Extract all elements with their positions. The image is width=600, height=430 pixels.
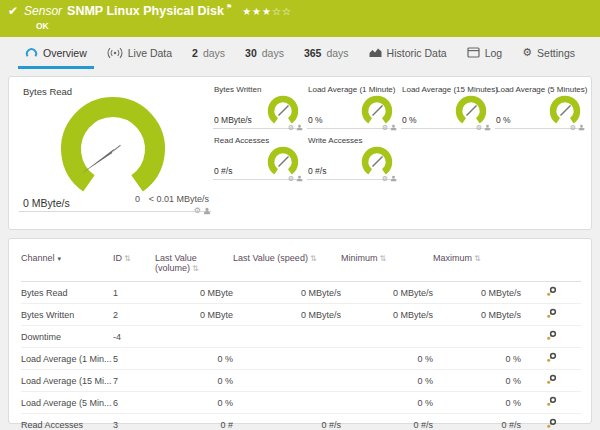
tab-30-days[interactable]: 30 days <box>238 39 291 69</box>
column-header-id[interactable]: ID⇅ <box>113 247 155 282</box>
person-icon[interactable] <box>390 124 397 131</box>
maximum-value: 0 MByte/s <box>433 304 521 326</box>
tab-bar: Overview Live Data 2 days 30 days 365 da… <box>0 37 600 70</box>
table-header-row: Channel▾ ID⇅ Last Value (volume)⇅ Last V… <box>21 247 581 282</box>
gauge-value: 0 % <box>308 115 323 125</box>
last-value-speed <box>233 326 341 348</box>
gauges-panel: Bytes Read 0 MByte/s 0 < 0.01 MByte/s ⚙ … <box>8 76 592 230</box>
gauge-settings-gear-icon[interactable]: ⚙ <box>570 124 576 131</box>
gauge-settings-gear-icon[interactable]: ⚙ <box>288 124 294 131</box>
last-value-speed <box>233 392 341 414</box>
gauge-dial <box>358 144 396 177</box>
channel-id: 5 <box>113 348 155 370</box>
person-icon[interactable] <box>296 175 303 182</box>
channel-id: 1 <box>113 282 155 304</box>
small-gauges-grid: Bytes Written 0 MByte/s ⚙ Load Average (… <box>213 83 591 180</box>
table-row[interactable]: Bytes Read10 MByte0 MByte/s0 MByte/s0 MB… <box>21 282 581 304</box>
wrench-icon[interactable] <box>546 374 557 385</box>
tab-number: 365 <box>304 47 322 59</box>
column-header-last-value-speed[interactable]: Last Value (speed)⇅ <box>233 247 341 282</box>
gauge-settings-gear-icon[interactable]: ⚙ <box>194 207 201 215</box>
gauge-settings-gear-icon[interactable]: ⚙ <box>382 175 388 182</box>
column-header-tools <box>521 247 581 282</box>
channel-id: 2 <box>113 304 155 326</box>
person-icon[interactable] <box>578 124 585 131</box>
wrench-icon[interactable] <box>546 418 557 429</box>
last-value-volume: 0 % <box>155 348 233 370</box>
gauge-value: 0 % <box>402 115 417 125</box>
last-value-volume: 0 % <box>155 370 233 392</box>
wrench-icon[interactable] <box>546 286 557 297</box>
priority-star-rating[interactable]: ★★★☆☆ <box>242 6 292 17</box>
person-icon[interactable] <box>203 207 211 215</box>
channel-id: 3 <box>113 414 155 430</box>
gauge-dial <box>264 144 302 177</box>
channel-name: Bytes Written <box>21 304 113 326</box>
person-icon[interactable] <box>296 124 303 131</box>
sort-desc-icon: ▾ <box>58 255 62 262</box>
table-row[interactable]: Read Accesses30 #0 #/s0 #/s0 #/s <box>21 414 581 430</box>
column-header-last-value-volume[interactable]: Last Value (volume)⇅ <box>155 247 233 282</box>
last-value-volume: 0 % <box>155 392 233 414</box>
person-icon[interactable] <box>484 124 491 131</box>
wrench-icon[interactable] <box>546 330 557 341</box>
sort-icon: ⇅ <box>192 264 199 273</box>
gauge-tile-bytes-written: Bytes Written 0 MByte/s ⚙ <box>213 83 303 129</box>
wrench-icon[interactable] <box>546 396 557 407</box>
table-row[interactable]: Load Average (5 Min...60 %0 %0 % <box>21 392 581 414</box>
wrench-icon[interactable] <box>546 308 557 319</box>
channel-name: Bytes Read <box>21 282 113 304</box>
last-value-volume <box>155 326 233 348</box>
channel-name: Downtime <box>21 326 113 348</box>
wrench-icon[interactable] <box>546 352 557 363</box>
tab-2-days[interactable]: 2 days <box>185 39 232 69</box>
maximum-value <box>433 326 521 348</box>
sort-icon: ⇅ <box>124 254 131 263</box>
column-header-minimum[interactable]: Minimum⇅ <box>341 247 433 282</box>
tab-label: Historic Data <box>387 47 447 59</box>
minimum-value: 0 MByte/s <box>341 282 433 304</box>
gauge-settings-gear-icon[interactable]: ⚙ <box>476 124 482 131</box>
primary-gauge-scale-max: < 0.01 MByte/s <box>149 194 209 204</box>
primary-gauge-tile: Bytes Read 0 MByte/s 0 < 0.01 MByte/s ⚙ <box>19 83 211 212</box>
tab-log[interactable]: Log <box>460 39 510 69</box>
sort-icon: ⇅ <box>380 254 387 263</box>
maximum-value: 0 % <box>433 348 521 370</box>
primary-gauge-scale-min: 0 <box>135 194 140 204</box>
gauge-settings-gear-icon[interactable]: ⚙ <box>288 175 294 182</box>
primary-gauge-value: 0 MByte/s <box>23 197 70 209</box>
minimum-value <box>341 326 433 348</box>
tab-overview[interactable]: Overview <box>18 39 94 69</box>
gauge-value: 0 #/s <box>214 166 232 176</box>
tab-number: 2 <box>192 47 198 59</box>
person-icon[interactable] <box>390 175 397 182</box>
gear-icon: ⚙ <box>522 47 532 58</box>
tab-unit: days <box>326 47 348 59</box>
tab-365-days[interactable]: 365 days <box>297 39 356 69</box>
gauge-settings-gear-icon[interactable]: ⚙ <box>382 124 388 131</box>
table-row[interactable]: Load Average (15 Mi...70 %0 %0 % <box>21 370 581 392</box>
channel-id: 7 <box>113 370 155 392</box>
channel-name: Load Average (15 Mi... <box>21 370 113 392</box>
channel-table: Channel▾ ID⇅ Last Value (volume)⇅ Last V… <box>21 247 581 430</box>
table-row[interactable]: Downtime-4 <box>21 326 581 348</box>
table-row[interactable]: Load Average (1 Min...50 %0 %0 % <box>21 348 581 370</box>
channel-name: Read Accesses <box>21 414 113 430</box>
column-header-channel[interactable]: Channel▾ <box>21 247 113 282</box>
table-row[interactable]: Bytes Written20 MByte0 MByte/s0 MByte/s0… <box>21 304 581 326</box>
sensor-status-header: ✔ Sensor SNMP Linux Physical Disk ⚑ ★★★☆… <box>0 0 600 37</box>
gauge-tile-load-average-1: Load Average (1 Minute) 0 % ⚙ <box>307 83 397 129</box>
channel-table-panel: Channel▾ ID⇅ Last Value (volume)⇅ Last V… <box>8 238 592 424</box>
column-header-maximum[interactable]: Maximum⇅ <box>433 247 521 282</box>
chart-icon <box>369 47 382 58</box>
channel-name: Load Average (5 Min... <box>21 392 113 414</box>
sort-icon: ⇅ <box>474 254 481 263</box>
tab-live-data[interactable]: Live Data <box>100 39 179 69</box>
tab-settings[interactable]: ⚙ Settings <box>515 39 582 69</box>
last-value-speed: 0 #/s <box>233 414 341 430</box>
flag-icon: ⚑ <box>226 3 232 11</box>
channel-id: -4 <box>113 326 155 348</box>
last-value-volume: 0 MByte <box>155 304 233 326</box>
gauge-tile-load-average-5: Load Average (5 Minutes) 0 % ⚙ <box>495 83 585 129</box>
tab-historic-data[interactable]: Historic Data <box>362 39 454 69</box>
